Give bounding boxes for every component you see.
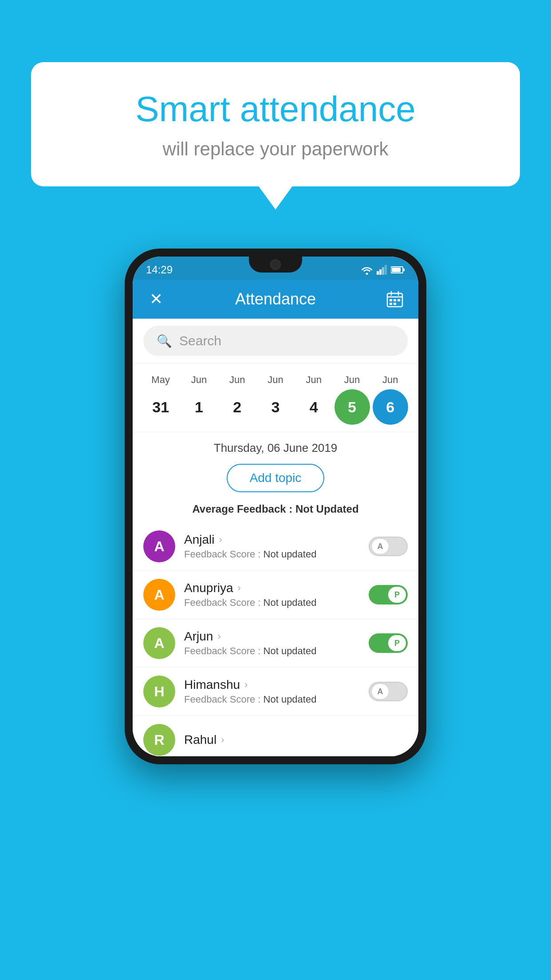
- speech-bubble-container: Smart attendance will replace your paper…: [31, 62, 520, 186]
- status-icons: [361, 265, 405, 275]
- speech-bubble-subtitle: will replace your paperwork: [67, 138, 484, 160]
- app-bar: ✕ Attendance: [133, 280, 418, 319]
- toggle-absent-himanshu[interactable]: A: [369, 682, 408, 701]
- student-info-himanshu: Himanshu › Feedback Score : Not updated: [184, 678, 369, 705]
- student-name-partial: Rahul ›: [184, 733, 408, 747]
- avatar-anjali: A: [143, 530, 175, 562]
- feedback-anjali: Feedback Score : Not updated: [184, 549, 369, 560]
- svg-rect-13: [394, 299, 396, 301]
- phone-mockup: 14:29: [125, 249, 426, 764]
- phone-screen: 14:29: [133, 257, 418, 756]
- date-2[interactable]: 2: [220, 389, 255, 425]
- months-row: May Jun Jun Jun Jun Jun Jun: [142, 374, 409, 386]
- avatar-partial: R: [143, 724, 175, 756]
- student-name-anjali: Anjali ›: [184, 533, 369, 547]
- student-item-partial: R Rahul ›: [133, 716, 418, 756]
- student-info-anupriya: Anupriya › Feedback Score : Not updated: [184, 581, 369, 609]
- month-3: Jun: [258, 374, 293, 386]
- date-31[interactable]: 31: [143, 389, 178, 425]
- feedback-arjun: Feedback Score : Not updated: [184, 645, 369, 657]
- chevron-icon: ›: [221, 734, 224, 746]
- search-bar[interactable]: 🔍 Search: [143, 326, 408, 356]
- toggle-arjun[interactable]: P: [369, 633, 408, 653]
- svg-rect-2: [379, 269, 382, 275]
- toggle-knob-anjali: A: [371, 538, 389, 554]
- svg-rect-15: [390, 303, 392, 305]
- month-5: Jun: [335, 374, 370, 386]
- battery-icon: [391, 266, 405, 274]
- student-item-himanshu[interactable]: H Himanshu › Feedback Score : Not update…: [133, 668, 418, 716]
- search-icon: 🔍: [157, 334, 172, 348]
- svg-point-0: [366, 273, 368, 275]
- avatar-himanshu: H: [143, 676, 175, 707]
- student-info-partial: Rahul ›: [184, 733, 408, 747]
- calendar-row: May Jun Jun Jun Jun Jun Jun 31 1 2 3 4 5…: [133, 364, 418, 432]
- student-list: A Anjali › Feedback Score : Not updated: [133, 522, 418, 756]
- toggle-himanshu[interactable]: A: [369, 682, 408, 701]
- student-info-arjun: Arjun › Feedback Score : Not updated: [184, 629, 369, 657]
- date-1[interactable]: 1: [181, 389, 216, 425]
- chevron-icon: ›: [217, 631, 220, 642]
- svg-rect-4: [385, 265, 387, 275]
- feedback-value-anupriya: Not updated: [264, 597, 317, 608]
- speech-bubble-title: Smart attendance: [67, 89, 484, 130]
- month-6: Jun: [373, 374, 408, 386]
- speech-bubble: Smart attendance will replace your paper…: [31, 62, 520, 186]
- student-name-arjun: Arjun ›: [184, 629, 369, 644]
- phone-notch: [249, 257, 302, 273]
- svg-rect-7: [392, 268, 401, 272]
- month-4: Jun: [296, 374, 331, 386]
- average-feedback-label: Average Feedback :: [192, 503, 295, 515]
- app-title: Attendance: [235, 290, 316, 308]
- content-area: Thursday, 06 June 2019 Add topic Average…: [133, 432, 418, 756]
- feedback-himanshu: Feedback Score : Not updated: [184, 694, 369, 705]
- month-0: May: [143, 374, 178, 386]
- chevron-icon: ›: [244, 679, 248, 691]
- phone-outer: 14:29: [125, 249, 426, 764]
- date-6-selected[interactable]: 6: [373, 389, 408, 425]
- toggle-absent-anjali[interactable]: A: [369, 537, 408, 556]
- chevron-icon: ›: [219, 534, 222, 545]
- date-3[interactable]: 3: [258, 389, 293, 425]
- date-4[interactable]: 4: [296, 389, 331, 425]
- feedback-value-anjali: Not updated: [264, 549, 317, 560]
- avatar-anupriya: A: [143, 579, 175, 611]
- dates-row: 31 1 2 3 4 5 6: [142, 389, 409, 425]
- student-item-anjali[interactable]: A Anjali › Feedback Score : Not updated: [133, 522, 418, 571]
- toggle-anjali[interactable]: A: [369, 537, 408, 556]
- student-info-anjali: Anjali › Feedback Score : Not updated: [184, 533, 369, 560]
- student-item-arjun[interactable]: A Arjun › Feedback Score : Not updated: [133, 619, 418, 668]
- front-camera: [270, 259, 281, 270]
- avatar-arjun: A: [143, 627, 175, 659]
- student-name-himanshu: Himanshu ›: [184, 678, 369, 692]
- chevron-icon: ›: [238, 582, 241, 594]
- student-item-anupriya[interactable]: A Anupriya › Feedback Score : Not update…: [133, 571, 418, 619]
- svg-rect-14: [398, 299, 400, 301]
- search-container: 🔍 Search: [133, 319, 418, 364]
- svg-rect-16: [394, 303, 396, 305]
- status-time: 14:29: [146, 264, 173, 276]
- toggle-knob-anupriya: P: [388, 587, 406, 603]
- svg-rect-12: [390, 299, 392, 301]
- signal-icon: [377, 265, 387, 275]
- feedback-value-himanshu: Not updated: [264, 694, 317, 705]
- toggle-present-anupriya[interactable]: P: [369, 585, 408, 605]
- month-2: Jun: [220, 374, 255, 386]
- toggle-knob-himanshu: A: [371, 684, 389, 699]
- svg-rect-6: [403, 269, 405, 271]
- toggle-knob-arjun: P: [388, 635, 406, 651]
- average-feedback: Average Feedback : Not Updated: [133, 499, 418, 522]
- calendar-icon: [386, 290, 404, 308]
- month-1: Jun: [181, 374, 216, 386]
- average-feedback-value: Not Updated: [295, 503, 359, 515]
- calendar-button[interactable]: [384, 288, 406, 310]
- svg-rect-3: [382, 267, 384, 275]
- toggle-anupriya[interactable]: P: [369, 585, 408, 605]
- date-5-today[interactable]: 5: [335, 389, 370, 425]
- svg-rect-1: [377, 271, 379, 275]
- close-button[interactable]: ✕: [145, 288, 167, 310]
- add-topic-container: Add topic: [133, 459, 418, 499]
- wifi-icon: [361, 265, 373, 275]
- add-topic-button[interactable]: Add topic: [227, 464, 325, 492]
- toggle-present-arjun[interactable]: P: [369, 633, 408, 653]
